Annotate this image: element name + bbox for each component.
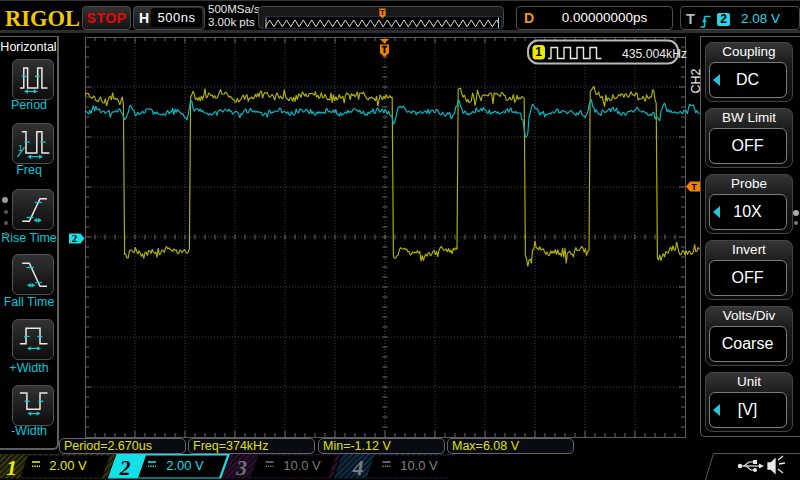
svg-text:1: 1	[6, 456, 17, 480]
svg-text:10.0 V: 10.0 V	[400, 458, 438, 473]
svg-text:1: 1	[535, 45, 542, 59]
svg-text:2.00 V: 2.00 V	[166, 458, 204, 473]
svg-text:4: 4	[352, 456, 364, 480]
svg-text:2: 2	[72, 232, 78, 244]
svg-text:2.00 V: 2.00 V	[49, 458, 87, 473]
svg-text:435.004kHz: 435.004kHz	[622, 47, 687, 61]
svg-text:T: T	[380, 9, 385, 16]
svg-text:10.0 V: 10.0 V	[283, 458, 321, 473]
svg-text:T: T	[691, 182, 697, 192]
svg-text:2: 2	[119, 456, 131, 480]
svg-text:3: 3	[235, 456, 247, 480]
